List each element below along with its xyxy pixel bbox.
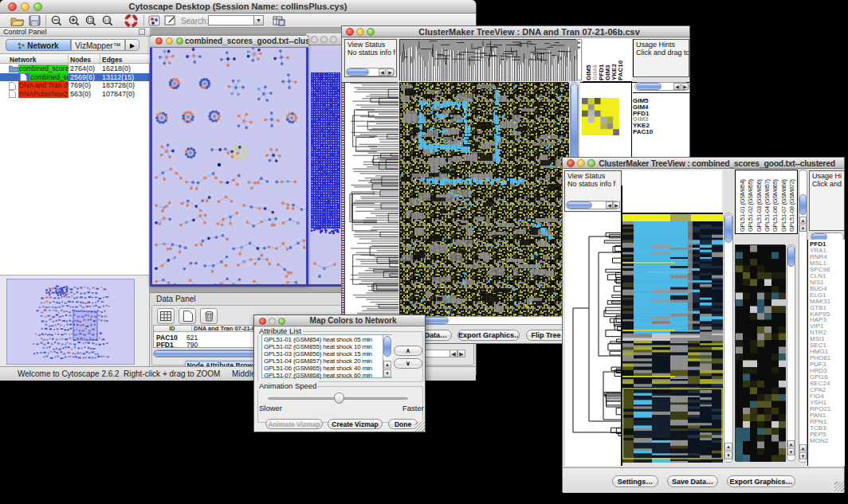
svg-text:GPL51-07 (GSM868): GPL51-07 (GSM868)	[780, 178, 787, 232]
svg-text:1:1: 1:1	[104, 18, 110, 22]
svg-text:GPL51-03 (GSM856): GPL51-03 (GSM856)	[756, 178, 763, 232]
svg-text:GPL51-01 (GSM854): GPL51-01 (GSM854)	[739, 178, 746, 232]
svg-text:GPL51-06 (GSM865): GPL51-06 (GSM865)	[771, 178, 779, 232]
svg-text:GPL51-04 (GSM857): GPL51-04 (GSM857)	[764, 178, 771, 232]
svg-text:GPL51-08 (GSM872): GPL51-08 (GSM872)	[788, 178, 795, 232]
svg-text:GPL51-02 (GSM855): GPL51-02 (GSM855)	[747, 178, 754, 232]
svg-text:PAC10: PAC10	[617, 60, 624, 80]
